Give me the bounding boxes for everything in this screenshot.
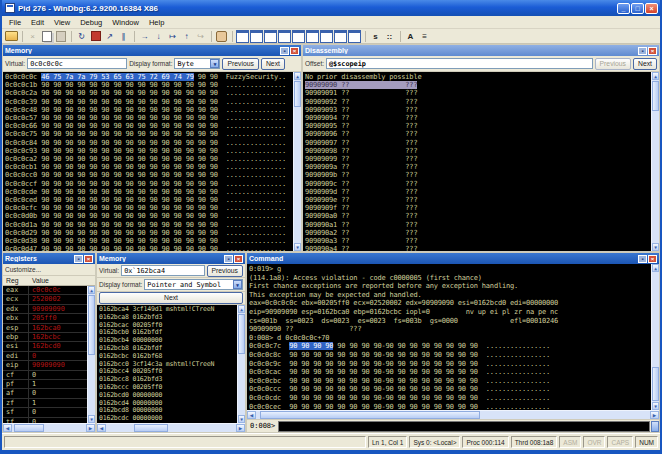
registers-hscrollbar[interactable]: ◀ ▶ [3, 423, 95, 432]
memory-row: 0c0c0c93 90 90 90 90 90 90 90 90 90 90 9… [3, 147, 301, 155]
scroll-up-icon[interactable]: ▲ [88, 286, 95, 294]
call-stack-window-icon[interactable] [306, 30, 319, 43]
scroll-left-icon[interactable]: ◀ [247, 411, 256, 419]
disassembly-next-button[interactable]: Next [633, 58, 657, 70]
window-titlebar: Pid 276 - WinDbg:6.2.9200.16384 X86 _ □ … [2, 0, 660, 16]
chevron-down-icon[interactable]: ▼ [233, 280, 242, 289]
status-toggle-asm[interactable]: ASM [559, 436, 581, 448]
disassembly-row: 90909093 ?? ??? [303, 106, 659, 114]
scroll-right-icon[interactable]: ▶ [86, 424, 95, 432]
memory1-dock-icon[interactable]: ▪ [280, 47, 289, 55]
memory2-virtual-input[interactable]: 0x`162bca4 [121, 265, 204, 276]
step-into-icon[interactable]: ↓ [152, 30, 165, 43]
memory2-next-button[interactable]: Next [99, 292, 243, 304]
source-mode-off-icon[interactable]: :: [383, 30, 396, 43]
status-toggle-num[interactable]: NUM [635, 436, 658, 448]
scroll-up-icon[interactable]: ▲ [238, 305, 245, 313]
menu-file[interactable]: File [4, 18, 26, 27]
scroll-down-icon[interactable]: ▼ [652, 402, 659, 410]
registers-window-icon[interactable] [278, 30, 291, 43]
memory2-previous-button[interactable]: Previous [207, 265, 243, 277]
register-row: esp162bca0 [3, 324, 87, 333]
close-button[interactable]: × [645, 3, 658, 14]
customize-button[interactable]: Customize... [5, 266, 41, 273]
command-window-icon[interactable] [236, 30, 249, 43]
menu-view[interactable]: View [49, 18, 75, 27]
registers-customize[interactable]: Customize... [3, 264, 95, 276]
status-toggle-caps[interactable]: CAPS [607, 436, 633, 448]
memory2-dock-icon[interactable]: ▪ [224, 255, 233, 263]
stop-debugging-icon[interactable] [89, 30, 102, 43]
watch-window-icon[interactable] [250, 30, 263, 43]
scroll-right-icon[interactable]: ▶ [236, 424, 245, 432]
scroll-up-icon[interactable]: ▲ [652, 72, 659, 80]
go-icon[interactable]: → [138, 30, 151, 43]
disassembly-offset-input[interactable]: @$scopeip [326, 58, 593, 69]
memory-window-icon[interactable] [292, 30, 305, 43]
options-icon[interactable]: ≡ [418, 30, 431, 43]
step-out-icon[interactable]: ↑ [180, 30, 193, 43]
restart-icon[interactable]: ↻ [75, 30, 88, 43]
disassembly-dock-icon[interactable]: ▪ [638, 47, 647, 55]
command-dock-icon[interactable]: ▪ [638, 255, 647, 263]
scroll-left-icon[interactable]: ◀ [97, 424, 106, 432]
disassembly-close-icon[interactable]: × [648, 47, 657, 55]
step-over-icon[interactable]: ↦ [166, 30, 179, 43]
command-scroll-toggle[interactable] [651, 421, 659, 432]
menu-edit[interactable]: Edit [26, 18, 49, 27]
memory2-vscrollbar[interactable]: ▲ ▼ [237, 305, 245, 423]
command-line: This exception may be expected and handl… [247, 291, 659, 300]
processes-window-icon[interactable] [348, 30, 361, 43]
scroll-left-icon[interactable]: ◀ [3, 424, 12, 432]
copy-icon[interactable] [40, 30, 53, 43]
memory1-close-icon[interactable]: × [290, 47, 299, 55]
scroll-down-icon[interactable]: ▼ [238, 415, 245, 423]
registers-close-icon[interactable]: × [84, 255, 93, 263]
detach-icon[interactable]: ↗ [103, 30, 116, 43]
register-value: 0 [29, 352, 87, 360]
scroll-up-icon[interactable]: ▲ [652, 264, 659, 272]
status-toggle-ovr[interactable]: OVR [583, 436, 605, 448]
register-row: ecx2520002 [3, 295, 87, 304]
memory2-hscrollbar[interactable]: ◀ ▶ [97, 423, 245, 432]
register-name: sf [3, 408, 29, 416]
minimize-button[interactable]: _ [617, 3, 630, 14]
scroll-down-icon[interactable]: ▼ [294, 243, 301, 251]
memory1-vscrollbar[interactable]: ▲ ▼ [293, 72, 301, 251]
registers-dock-icon[interactable]: ▪ [74, 255, 83, 263]
command-close-icon[interactable]: × [648, 255, 657, 263]
font-icon[interactable]: A [404, 30, 417, 43]
selected-bytes: 46 75 7a 7a 79 53 65 63 75 72 69 74 79 [41, 73, 194, 81]
break-icon[interactable]: ∥ [117, 30, 130, 43]
menu-debug[interactable]: Debug [75, 18, 107, 27]
memory1-virtual-input[interactable]: 0c0c0c0c [27, 58, 127, 69]
source-mode-on-icon[interactable]: s [369, 30, 382, 43]
menu-help[interactable]: Help [144, 18, 169, 27]
command-vscrollbar[interactable]: ▲ ▼ [651, 264, 659, 410]
command-hscrollbar[interactable]: ◀ ▶ [247, 410, 659, 419]
scroll-up-icon[interactable]: ▲ [294, 72, 301, 80]
command-input[interactable] [278, 421, 650, 432]
command-line: 0c0c0ccc 90 90 90 90 90 90 90 90-90 90 9… [247, 385, 659, 394]
open-source-file-icon[interactable] [5, 30, 18, 43]
memory2-close-icon[interactable]: × [234, 255, 243, 263]
chevron-down-icon[interactable]: ▼ [210, 59, 219, 68]
scroll-right-icon[interactable]: ▶ [650, 411, 659, 419]
disassembly-window-icon[interactable] [320, 30, 333, 43]
value-column-header: Value [29, 277, 49, 284]
toolbar-separator [134, 31, 135, 42]
locals-window-icon[interactable] [264, 30, 277, 43]
memory1-next-button[interactable]: Next [261, 58, 285, 70]
menu-window[interactable]: Window [107, 18, 144, 27]
memory1-format-select[interactable]: Byte▼ [174, 58, 220, 69]
maximize-button[interactable]: □ [631, 3, 644, 14]
disassembly-row: 9090909e ?? ??? [303, 196, 659, 204]
scroll-down-icon[interactable]: ▼ [652, 243, 659, 251]
scratch-pad-icon[interactable] [334, 30, 347, 43]
memory1-previous-button[interactable]: Previous [222, 58, 258, 70]
insert-breakpoint-icon[interactable] [215, 30, 228, 43]
memory2-format-select[interactable]: Pointer and Symbol▼ [144, 279, 243, 290]
registers-vscrollbar[interactable]: ▲ ▼ [87, 286, 95, 423]
disassembly-vscrollbar[interactable]: ▲ ▼ [651, 72, 659, 251]
scroll-down-icon[interactable]: ▼ [88, 415, 95, 423]
